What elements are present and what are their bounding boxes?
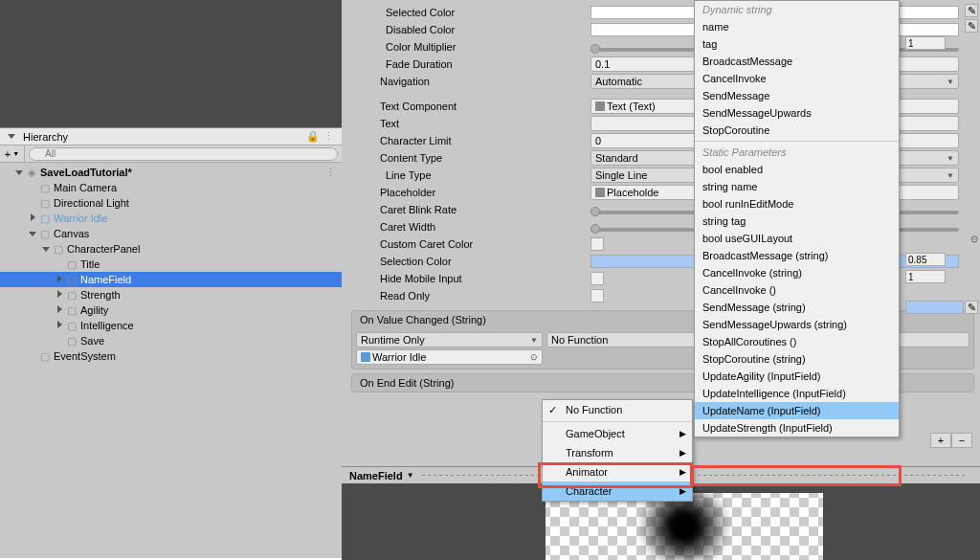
checkbox[interactable] (590, 237, 604, 251)
function-menu-item[interactable]: tag (695, 35, 899, 53)
function-menu-item[interactable]: string tag (695, 213, 899, 230)
property-label: Character Limit (342, 135, 590, 146)
menu-separator (543, 421, 692, 422)
gameobject-icon: ▢ (38, 349, 52, 363)
function-menu-item[interactable]: BroadcastMessage (string) (695, 247, 899, 264)
property-label: Caret Width (342, 221, 590, 233)
runtime-only-dropdown[interactable]: Runtime Only ▼ (356, 332, 543, 347)
remove-event-button[interactable]: − (951, 433, 972, 448)
checkbox[interactable] (590, 272, 604, 285)
function-menu-item[interactable]: SendMessageUpwards (string) (695, 316, 899, 333)
menu-item[interactable]: Transform▶ (543, 443, 692, 462)
tree-item-label: Intelligence (80, 320, 134, 331)
menu-item[interactable]: Animator▶ (543, 462, 692, 482)
function-menu-item[interactable]: StopAllCoroutines () (695, 333, 899, 350)
tree-row[interactable]: ▢Save (0, 333, 342, 348)
gameobject-icon: ▢ (38, 196, 52, 210)
add-event-button[interactable]: + (930, 433, 951, 448)
hierarchy-tab-arrow-icon (8, 134, 15, 139)
function-menu-item[interactable]: name (695, 18, 899, 35)
tree-item-label: Strength (80, 289, 121, 301)
tree-row[interactable]: ▢Warrior Idle (0, 211, 342, 226)
eyedropper-icon[interactable]: ✎ (965, 19, 978, 33)
function-menu-item[interactable]: bool useGUILayout (695, 230, 899, 247)
event-target-field[interactable]: Warrior Idle ⊙ (356, 349, 543, 365)
scene-menu-icon[interactable]: ⋮ (325, 167, 336, 179)
property-label: Navigation (342, 76, 590, 87)
function-menu-item[interactable]: bool runInEditMode (695, 195, 899, 213)
gameobject-icon: ▢ (38, 227, 52, 240)
expand-arrow-icon[interactable] (13, 168, 25, 177)
eyedropper-icon[interactable]: ✎ (965, 4, 978, 17)
color-mult-value[interactable] (905, 36, 946, 50)
object-picker-icon[interactable]: ⊙ (970, 234, 978, 247)
gameobject-icon: ▢ (65, 273, 78, 286)
tree-item-label: SaveLoadTutorial* (40, 167, 132, 178)
hierarchy-toolbar: + ▼ (0, 146, 342, 163)
tree-row[interactable]: ▢EventSystem (0, 348, 342, 364)
property-label: Caret Blink Rate (342, 204, 590, 215)
expand-arrow-icon[interactable] (27, 213, 38, 223)
function-menu-item[interactable]: UpdateAgility (InputField) (695, 368, 899, 385)
property-label: Read Only (342, 290, 590, 302)
eyedropper-icon[interactable]: ✎ (965, 301, 978, 314)
color-swatch[interactable] (905, 301, 964, 314)
function-menu-item[interactable]: UpdateName (InputField) (695, 402, 899, 419)
expand-arrow-icon[interactable] (54, 275, 65, 284)
expand-arrow-icon[interactable] (54, 321, 65, 330)
event-list-buttons: + − (930, 433, 972, 448)
function-menu-item[interactable]: BroadcastMessage (695, 53, 899, 70)
tree-row[interactable]: ◈SaveLoadTutorial*⋮ (0, 165, 342, 180)
tree-row[interactable]: ▢Strength (0, 287, 342, 302)
tree-row[interactable]: ▢Agility (0, 302, 342, 318)
menu-item[interactable]: No Function (543, 400, 692, 419)
function-submenu: No FunctionGameObject▶Transform▶Animator… (542, 399, 693, 502)
tree-item-label: Title (80, 258, 100, 270)
tree-row[interactable]: ▢Intelligence (0, 318, 342, 333)
gameobject-icon: ▢ (38, 181, 52, 194)
footer-object-name: NameField (349, 470, 403, 482)
function-menu-item[interactable]: bool enabled (695, 161, 899, 178)
expand-arrow-icon[interactable] (27, 229, 38, 238)
expand-arrow-icon[interactable] (54, 290, 65, 300)
caret-width-value[interactable] (905, 270, 946, 283)
function-menu-item[interactable]: string name (695, 178, 899, 195)
hierarchy-lock-icon[interactable]: 🔒 (306, 130, 320, 143)
unity-icon: ◈ (25, 166, 38, 179)
function-menu-item[interactable]: SendMessage (string) (695, 299, 899, 316)
property-label: Text Component (342, 101, 590, 112)
function-menu-item[interactable]: UpdateIntelligence (InputField) (695, 385, 899, 402)
expand-arrow-icon[interactable] (54, 305, 65, 315)
property-label: Selected Color (342, 7, 590, 18)
gameobject-icon: ▢ (65, 258, 78, 271)
menu-item[interactable]: GameObject▶ (543, 424, 692, 443)
menu-item[interactable]: Character▶ (543, 482, 692, 501)
create-button[interactable]: + ▼ (0, 146, 25, 162)
tree-row[interactable]: ▢Title (0, 257, 342, 272)
tree-row[interactable]: ▢NameField (0, 272, 342, 287)
hierarchy-tab[interactable]: Hierarchy 🔒 ⋮ (0, 128, 342, 146)
tree-row[interactable]: ▢Directional Light (0, 195, 342, 211)
tree-row[interactable]: ▢CharacterPanel (0, 241, 342, 257)
function-menu-item[interactable]: CancelInvoke (695, 70, 899, 87)
expand-arrow-icon[interactable] (40, 244, 52, 254)
function-menu-item[interactable]: UpdateStrength (InputField) (695, 419, 899, 437)
blink-rate-value[interactable] (905, 253, 946, 266)
chevron-down-icon[interactable]: ▼ (407, 471, 414, 480)
tree-row[interactable]: ▢Main Camera (0, 180, 342, 195)
property-label: Placeholder (342, 187, 590, 198)
object-picker-icon[interactable]: ⊙ (530, 352, 538, 362)
hierarchy-search-input[interactable] (29, 147, 338, 161)
hierarchy-menu-icon[interactable]: ⋮ (323, 130, 334, 143)
function-menu-item[interactable]: SendMessage (695, 87, 899, 104)
tree-row[interactable]: ▢Canvas (0, 226, 342, 241)
property-label: Disabled Color (342, 24, 590, 35)
checkbox[interactable] (590, 289, 604, 302)
prefab-icon (361, 352, 370, 362)
function-menu-item[interactable]: CancelInvoke (string) (695, 264, 899, 281)
tree-item-label: CharacterPanel (67, 243, 140, 255)
function-menu-item[interactable]: SendMessageUpwards (695, 104, 899, 122)
function-menu-item[interactable]: StopCoroutine (string) (695, 350, 899, 368)
function-menu-item[interactable]: CancelInvoke () (695, 281, 899, 299)
function-menu-item[interactable]: StopCoroutine (695, 122, 899, 139)
